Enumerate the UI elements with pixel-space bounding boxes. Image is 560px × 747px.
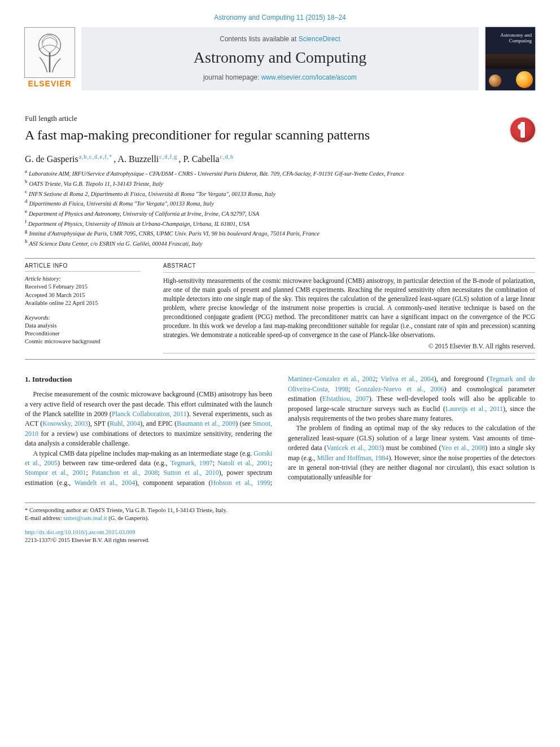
- affil-f-label: f: [25, 219, 27, 224]
- corresponding-note: * Corresponding author at: OATS Trieste,…: [25, 506, 535, 514]
- affil-e: Department of Physics and Astronomy, Uni…: [29, 211, 259, 217]
- keyword-0: Data analysis: [25, 322, 141, 330]
- keywords-heading: Keywords:: [25, 314, 141, 322]
- author-3-affil: c,d,h: [220, 154, 234, 160]
- article-info: ARTICLE INFO Article history: Received 5…: [25, 262, 141, 354]
- affil-d: Dipartimento di Fisica, Università di Ro…: [29, 200, 214, 207]
- ref-hobson[interactable]: Hobson et al., 1999: [211, 479, 270, 487]
- meta-row: ARTICLE INFO Article history: Received 5…: [25, 262, 535, 354]
- copyright: © 2015 Elsevier B.V. All rights reserved…: [163, 342, 535, 351]
- journal-cover-thumb: Astronomy and Computing: [485, 27, 535, 90]
- author-2: A. Buzzelli: [117, 154, 159, 164]
- cover-title-2: Computing: [509, 38, 532, 43]
- s2: ;: [270, 459, 272, 467]
- ref-kosowsky[interactable]: Kosowsky, 2003: [42, 420, 88, 427]
- doi-link[interactable]: http://dx.doi.org/10.1016/j.ascom.2015.0…: [25, 529, 135, 535]
- affil-g-label: g: [25, 228, 28, 234]
- t1e: ) (see: [235, 420, 252, 427]
- affil-f: Department of Physics, University of Ill…: [28, 220, 250, 226]
- t1d: ), and EPIC (: [140, 420, 177, 427]
- ref-planck[interactable]: Planck Collaboration, 2011: [112, 410, 187, 418]
- ref-vanicek[interactable]: Vanicek et al., 2003: [326, 444, 382, 452]
- affil-g: Institut d'Astrophysique de Paris, UMR 7…: [29, 230, 320, 237]
- masthead: ELSEVIER Contents lists available at Sci…: [25, 27, 535, 90]
- ref-sutton[interactable]: Sutton et al., 2010: [163, 469, 218, 477]
- t1f: for a review) use combinations of detect…: [25, 430, 272, 447]
- s4: ;: [158, 469, 163, 477]
- ref-tegmark97[interactable]: Tegmark, 1997: [170, 459, 213, 467]
- article-info-heading: ARTICLE INFO: [25, 262, 141, 270]
- ref-vielva[interactable]: Vielva et al., 2004: [380, 375, 434, 383]
- author-1: G. de Gasperis: [25, 154, 78, 164]
- section-1-heading: 1. Introduction: [25, 374, 272, 385]
- email-label: E-mail address:: [25, 515, 63, 521]
- body-text: 1. Introduction Precise measurement of t…: [25, 374, 535, 488]
- ref-patanchon[interactable]: Patanchon et al., 2008: [91, 469, 158, 477]
- affil-a-label: a: [25, 168, 27, 174]
- ref-natoli[interactable]: Natoli et al., 2001: [217, 459, 270, 467]
- elsevier-tree-icon: [24, 27, 75, 78]
- contents-prefix: Contents lists available at: [220, 35, 298, 43]
- rule-top: [25, 258, 535, 259]
- sciencedirect-link[interactable]: ScienceDirect: [299, 35, 340, 43]
- s7: ;: [348, 385, 356, 393]
- t2a: A typical CMB data pipeline includes map…: [33, 449, 253, 457]
- ref-mg[interactable]: Martinez-Gonzalez et al., 2002: [288, 375, 376, 383]
- ref-baumann[interactable]: Baumann et al., 2009: [177, 420, 235, 427]
- s6: ;: [376, 375, 380, 383]
- s5: ;: [270, 479, 272, 487]
- s3: ;: [86, 469, 91, 477]
- contents-line: Contents lists available at ScienceDirec…: [220, 35, 340, 43]
- t2e: ), and foreground (: [434, 375, 489, 383]
- paper-type: Full length article: [25, 114, 370, 123]
- ref-laureijs[interactable]: Laureijs et al., 2011: [445, 405, 503, 413]
- abstract: ABSTRACT High-sensitivity measurements o…: [163, 262, 535, 354]
- homepage-prefix: journal homepage:: [203, 73, 261, 81]
- affil-d-label: d: [25, 198, 28, 204]
- affil-a: Laboratoire AIM, IRFU/Service d'Astrophy…: [29, 171, 404, 177]
- ref-gn[interactable]: Gonzalez-Nuevo et al., 2006: [356, 385, 444, 393]
- ref-miller-hoffman[interactable]: Miller and Hoffman, 1984: [317, 454, 388, 462]
- crossmark-icon[interactable]: [510, 117, 535, 142]
- affil-b-label: b: [25, 178, 28, 184]
- paper-title: A fast map-making preconditioner for reg…: [25, 126, 370, 143]
- t2b: ) between raw time-ordered data (e.g.,: [58, 459, 170, 467]
- ref-yeo[interactable]: Yeo et al., 2008: [441, 444, 485, 452]
- journal-header-box: Contents lists available at ScienceDirec…: [81, 27, 479, 90]
- history-line-2: Accepted 30 March 2015: [25, 291, 141, 299]
- abstract-heading: ABSTRACT: [163, 262, 535, 270]
- keyword-1: Preconditioner: [25, 330, 141, 338]
- abstract-text: High-sensitivity measurements of the cos…: [163, 276, 535, 340]
- ref-stompor[interactable]: Stompor et al., 2001: [25, 469, 86, 477]
- email-link[interactable]: sutter@oats.inaf.it: [63, 515, 107, 521]
- affil-c-label: c: [25, 189, 27, 194]
- footer: * Corresponding author at: OATS Trieste,…: [25, 503, 535, 544]
- journal-title: Astronomy and Computing: [194, 49, 366, 67]
- t1c: ), SPT (: [88, 420, 110, 427]
- affil-b: OATS Trieste, Via G.B. Tiepolo 11, I-341…: [29, 181, 164, 187]
- ref-wandelt[interactable]: Wandelt et al., 2004: [75, 479, 135, 487]
- history-line-1: Received 5 February 2015: [25, 283, 141, 291]
- t2d: ), component separation (: [135, 479, 211, 487]
- author-1-affil: a,b,c,d,e,f,*: [79, 154, 113, 160]
- affil-c: INFN Sezione di Roma 2, Dipartimento di …: [29, 190, 275, 196]
- keyword-2: Cosmic microwave background: [25, 338, 141, 346]
- authors: G. de Gasperisa,b,c,d,e,f,*, A. Buzzelli…: [25, 154, 535, 164]
- affil-h: ASI Science Data Center, c/o ESRIN via G…: [29, 241, 203, 247]
- rule-bottom-meta: [25, 359, 535, 360]
- cover-title-1: Astronomy and: [500, 32, 532, 38]
- elsevier-wordmark: ELSEVIER: [28, 79, 71, 88]
- t3b: ) must be combined (: [382, 444, 441, 452]
- page: Astronomy and Computing 11 (2015) 18–24 …: [0, 0, 560, 561]
- running-head: Astronomy and Computing 11 (2015) 18–24: [25, 14, 535, 21]
- affil-h-label: h: [25, 238, 28, 244]
- homepage-link[interactable]: www.elsevier.com/locate/ascom: [261, 73, 357, 81]
- ref-efs[interactable]: Efstathiou, 2007: [322, 395, 369, 403]
- affil-e-label: e: [25, 208, 27, 214]
- author-2-affil: c,d,f,g: [159, 154, 177, 160]
- affiliations: aLaboratoire AIM, IRFU/Service d'Astroph…: [25, 168, 535, 247]
- homepage-line: journal homepage: www.elsevier.com/locat…: [203, 73, 357, 81]
- issn-line: 2213-1337/© 2015 Elsevier B.V. All right…: [25, 536, 535, 544]
- history-line-3: Available online 22 April 2015: [25, 299, 141, 307]
- ref-ruhl[interactable]: Ruhl, 2004: [110, 420, 140, 427]
